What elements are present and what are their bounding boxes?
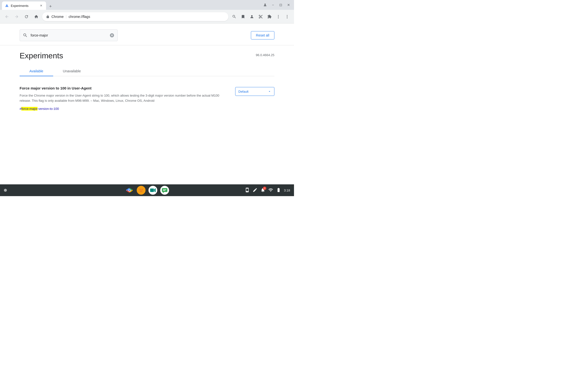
meet-app-icon — [149, 187, 156, 194]
flag-link-suffix: -version-to-100 — [37, 107, 59, 110]
svg-point-7 — [287, 16, 288, 17]
flag-dropdown-value: Default — [238, 90, 249, 94]
profile-toolbar-button[interactable] — [248, 13, 256, 20]
menu-button[interactable] — [283, 13, 291, 20]
svg-marker-0 — [5, 4, 8, 7]
new-tab-button[interactable]: + — [47, 3, 54, 10]
taskbar-screenshot-icon[interactable] — [245, 188, 250, 193]
tab-unavailable[interactable]: Unavailable — [53, 66, 91, 76]
taskbar-app-yellow[interactable] — [137, 186, 146, 195]
home-button[interactable] — [32, 13, 40, 20]
clear-search-icon[interactable] — [109, 33, 114, 38]
close-button[interactable]: ✕ — [285, 2, 292, 8]
profile-button[interactable] — [262, 2, 269, 8]
address-site-name: Chrome — [51, 15, 64, 19]
chrome-taskbar-icon — [126, 187, 133, 194]
taskbar-notification-icon[interactable]: 3 — [261, 188, 265, 193]
flag-description: Force the Chrome major version in the Us… — [19, 93, 229, 104]
flags-list: Force major version to 100 in User-Agent… — [0, 76, 294, 120]
svg-point-3 — [278, 16, 279, 17]
taskbar-center — [125, 186, 169, 195]
back-button[interactable] — [3, 13, 11, 20]
taskbar-pen-icon[interactable] — [253, 188, 258, 193]
forward-button[interactable] — [13, 13, 20, 20]
tabs-container: Available Unavailable — [19, 66, 275, 76]
taskbar-left — [4, 189, 7, 192]
toolbar-icons — [230, 13, 291, 20]
bookmark-button[interactable] — [239, 13, 247, 20]
puzzle-button[interactable] — [266, 13, 274, 20]
flag-dropdown[interactable]: Default — [235, 87, 275, 96]
search-toolbar-button[interactable] — [230, 13, 238, 20]
taskbar: 3 3:18 — [0, 184, 294, 196]
tab-favicon — [5, 4, 9, 8]
search-area: Reset all — [0, 24, 294, 41]
yellow-app-icon — [138, 187, 145, 194]
svg-point-2 — [251, 15, 253, 17]
svg-point-4 — [278, 15, 279, 16]
extension-button[interactable] — [275, 13, 282, 20]
svg-rect-17 — [150, 188, 154, 192]
tab-close-button[interactable]: ✕ — [39, 4, 43, 8]
reset-all-button[interactable]: Reset all — [251, 31, 275, 40]
scissors-button[interactable] — [257, 13, 265, 20]
search-input[interactable] — [31, 33, 107, 37]
address-bar[interactable]: Chrome | chrome://flags — [42, 12, 228, 21]
taskbar-app-meet[interactable] — [148, 186, 157, 195]
taskbar-right: 3 3:18 — [245, 188, 290, 193]
address-separator: | — [66, 14, 67, 19]
dropdown-arrow-icon — [268, 90, 271, 93]
flag-title: Force major version to 100 in User-Agent — [19, 86, 229, 90]
page-content: Reset all Experiments 96.0.4664.25 Avail… — [0, 24, 294, 184]
maximize-button[interactable]: ⊡ — [277, 2, 284, 8]
svg-rect-20 — [162, 188, 167, 192]
svg-point-15 — [140, 190, 142, 192]
svg-point-12 — [138, 187, 145, 194]
active-tab[interactable]: Experiments ✕ — [2, 2, 46, 10]
search-box[interactable] — [19, 30, 118, 41]
tab-strip: Experiments ✕ + — [2, 0, 261, 10]
taskbar-time: 3:18 — [284, 188, 290, 192]
page-title: Experiments — [19, 51, 63, 60]
svg-point-8 — [287, 18, 288, 18]
tab-title: Experiments — [11, 4, 37, 8]
minimize-button[interactable]: − — [270, 2, 276, 8]
taskbar-battery-icon[interactable] — [276, 188, 281, 193]
flag-link-highlight: force-major — [21, 107, 37, 110]
svg-point-13 — [139, 189, 141, 190]
address-url: chrome://flags — [69, 15, 90, 19]
titlebar: Experiments ✕ + − ⊡ ✕ — [0, 0, 294, 10]
search-icon — [23, 33, 28, 38]
tab-available[interactable]: Available — [19, 66, 53, 76]
svg-rect-22 — [163, 189, 166, 190]
experiments-header: Experiments 96.0.4664.25 — [0, 45, 294, 60]
taskbar-chrome-app[interactable] — [125, 186, 134, 195]
taskbar-app-chat[interactable] — [160, 186, 169, 195]
svg-point-11 — [129, 190, 130, 191]
svg-point-1 — [264, 4, 266, 5]
svg-rect-23 — [163, 190, 165, 191]
lock-icon — [46, 15, 49, 18]
svg-point-5 — [278, 18, 279, 18]
flag-item: Force major version to 100 in User-Agent… — [19, 82, 275, 115]
titlebar-controls: − ⊡ ✕ — [262, 2, 292, 8]
chat-app-icon — [161, 187, 168, 194]
toolbar: Chrome | chrome://flags — [0, 10, 294, 24]
notification-badge: 3 — [263, 186, 266, 190]
svg-point-6 — [287, 15, 288, 16]
reload-button[interactable] — [22, 13, 30, 20]
taskbar-wifi-icon[interactable] — [268, 188, 273, 193]
svg-point-14 — [141, 189, 143, 190]
version-text: 96.0.4664.25 — [256, 53, 275, 57]
flag-link[interactable]: #force-major-version-to-100 — [19, 107, 59, 110]
taskbar-indicator — [4, 189, 7, 192]
flag-content: Force major version to 100 in User-Agent… — [19, 86, 229, 111]
